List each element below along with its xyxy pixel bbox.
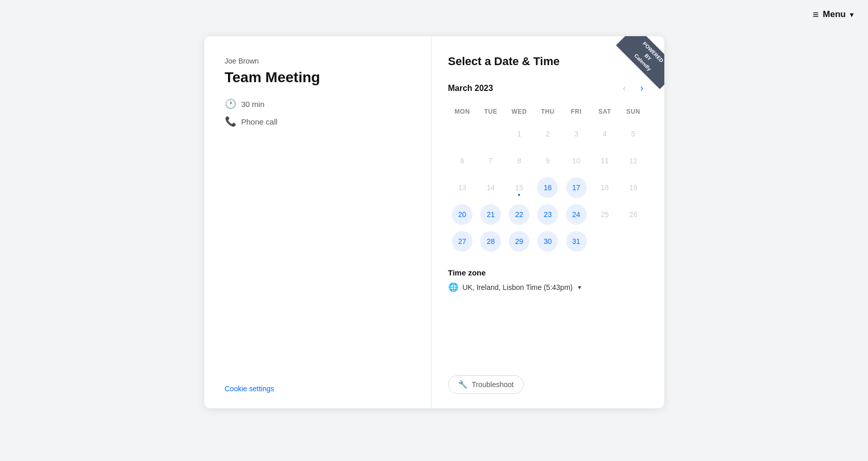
date-cell <box>619 229 647 254</box>
date-button-9: 9 <box>537 150 558 171</box>
date-button-27[interactable]: 27 <box>452 231 473 252</box>
duration-meta: 🕐 30 min <box>225 98 410 110</box>
day-header-mon: MON <box>448 106 477 117</box>
date-button-11: 11 <box>595 150 615 171</box>
timezone-section: Time zone 🌐 UK, Ireland, Lisbon Time (5:… <box>448 268 648 292</box>
date-button-12: 12 <box>623 150 644 171</box>
hamburger-icon: ≡ <box>813 9 819 20</box>
date-button-26: 26 <box>623 204 644 225</box>
date-cell: 9 <box>534 148 562 173</box>
date-button-18: 18 <box>595 177 615 198</box>
date-cell: 2 <box>534 121 562 146</box>
date-cell: 29 <box>505 229 534 254</box>
date-button-30[interactable]: 30 <box>537 231 558 252</box>
date-button-24[interactable]: 24 <box>566 204 587 225</box>
day-header-wed: WED <box>505 106 534 117</box>
clock-icon: 🕐 <box>225 98 236 110</box>
date-cell: 13 <box>448 175 477 200</box>
cookie-settings-link[interactable]: Cookie settings <box>225 385 410 393</box>
wrench-icon: 🔧 <box>458 380 468 389</box>
date-button-25: 25 <box>595 204 615 225</box>
date-cell: 17 <box>562 175 590 200</box>
call-type-label: Phone call <box>241 117 278 126</box>
day-header-tue: TUE <box>477 106 505 117</box>
globe-icon: 🌐 <box>448 282 459 292</box>
date-button-28[interactable]: 28 <box>480 231 501 252</box>
date-cell: 12 <box>619 148 647 173</box>
days-of-week-header: MONTUEWEDTHUFRISATSUN <box>448 106 648 117</box>
date-cell: 21 <box>477 202 505 227</box>
date-button-5: 5 <box>623 124 644 144</box>
day-header-sat: SAT <box>590 106 619 117</box>
day-header-fri: FRI <box>562 106 590 117</box>
date-cell: 24 <box>562 202 590 227</box>
date-cell: 18 <box>590 175 619 200</box>
calendly-badge-text: POWEREDBYCalendly <box>616 36 664 89</box>
date-button-7: 7 <box>480 150 501 171</box>
date-cell: 7 <box>477 148 505 173</box>
left-panel: Joe Brown Team Meeting 🕐 30 min 📞 Phone … <box>204 36 432 408</box>
month-label: March 2023 <box>448 84 613 93</box>
date-button-22[interactable]: 22 <box>509 204 529 225</box>
date-button-19: 19 <box>623 177 644 198</box>
date-cell: 4 <box>590 121 619 146</box>
date-cell: 11 <box>590 148 619 173</box>
day-header-thu: THU <box>534 106 562 117</box>
date-button-1: 1 <box>509 124 529 144</box>
date-cell: 19 <box>619 175 647 200</box>
date-button-2: 2 <box>537 124 558 144</box>
date-cell: 23 <box>534 202 562 227</box>
date-cell: 27 <box>448 229 477 254</box>
date-button-29[interactable]: 29 <box>509 231 529 252</box>
duration-label: 30 min <box>241 100 265 109</box>
timezone-select[interactable]: 🌐 UK, Ireland, Lisbon Time (5:43pm) ▾ <box>448 282 648 292</box>
timezone-value: UK, Ireland, Lisbon Time (5:43pm) <box>463 283 573 291</box>
date-cell: 20 <box>448 202 477 227</box>
date-button-17[interactable]: 17 <box>566 177 587 198</box>
date-cell <box>448 121 477 146</box>
date-cell: 3 <box>562 121 590 146</box>
date-cell: 5 <box>619 121 647 146</box>
calendar-dates: 1234567891011121314151617181920212223242… <box>448 121 648 254</box>
meeting-title: Team Meeting <box>225 69 410 86</box>
menu-label: Menu <box>823 9 846 20</box>
calendly-badge: POWEREDBYCalendly <box>607 36 664 93</box>
date-button-3: 3 <box>566 124 587 144</box>
date-button-23[interactable]: 23 <box>537 204 558 225</box>
date-button-16[interactable]: 16 <box>537 177 558 198</box>
date-cell: 1 <box>505 121 534 146</box>
day-header-sun: SUN <box>619 106 647 117</box>
top-menu[interactable]: ≡ Menu ▾ <box>813 9 854 20</box>
date-cell: 15 <box>505 175 534 200</box>
date-cell: 30 <box>534 229 562 254</box>
date-button-14: 14 <box>480 177 501 198</box>
phone-icon: 📞 <box>225 116 236 127</box>
right-panel: POWEREDBYCalendly Select a Date & Time M… <box>432 36 664 408</box>
date-button-13: 13 <box>452 177 473 198</box>
menu-chevron-icon: ▾ <box>850 11 854 19</box>
booking-card: Joe Brown Team Meeting 🕐 30 min 📞 Phone … <box>204 36 664 408</box>
date-button-10: 10 <box>566 150 587 171</box>
date-button-4: 4 <box>595 124 615 144</box>
timezone-chevron-icon: ▾ <box>578 284 581 291</box>
date-cell: 14 <box>477 175 505 200</box>
date-button-15: 15 <box>509 177 529 198</box>
timezone-label: Time zone <box>448 268 648 277</box>
date-cell: 10 <box>562 148 590 173</box>
date-cell: 22 <box>505 202 534 227</box>
troubleshoot-button[interactable]: 🔧 Troubleshoot <box>448 375 524 394</box>
date-cell: 8 <box>505 148 534 173</box>
date-cell: 25 <box>590 202 619 227</box>
date-button-8: 8 <box>509 150 529 171</box>
date-cell: 16 <box>534 175 562 200</box>
date-cell: 31 <box>562 229 590 254</box>
date-cell <box>590 229 619 254</box>
date-button-20[interactable]: 20 <box>452 204 473 225</box>
call-type-meta: 📞 Phone call <box>225 116 410 127</box>
date-cell: 26 <box>619 202 647 227</box>
date-button-31[interactable]: 31 <box>566 231 587 252</box>
meeting-meta: 🕐 30 min 📞 Phone call <box>225 98 410 127</box>
organizer-name: Joe Brown <box>225 57 410 65</box>
date-button-21[interactable]: 21 <box>480 204 501 225</box>
date-cell <box>477 121 505 146</box>
